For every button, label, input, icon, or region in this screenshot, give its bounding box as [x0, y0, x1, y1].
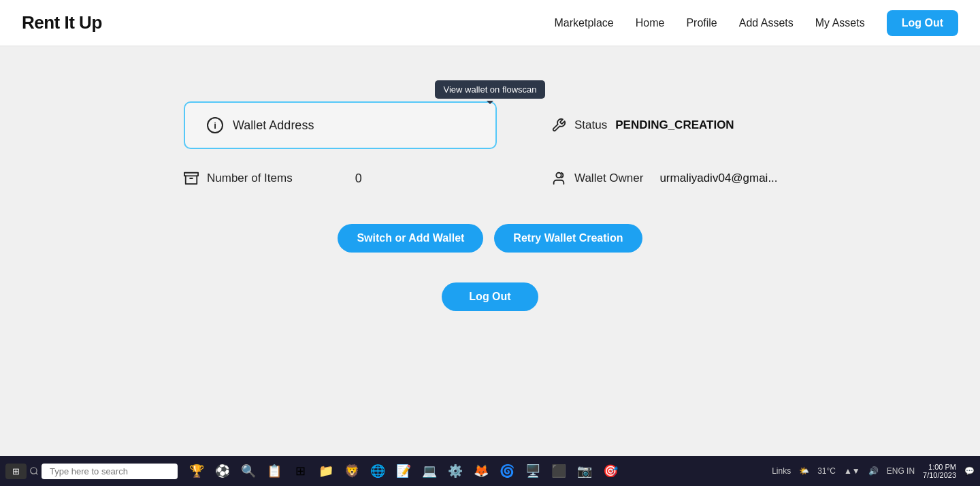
items-info: Number of Items 0 — [184, 171, 497, 186]
main-logout-button[interactable]: Log Out — [442, 282, 538, 311]
wrench-icon — [551, 118, 566, 133]
taskbar-date: 7/10/2023 — [923, 471, 956, 479]
nav-logout-button[interactable]: Log Out — [887, 10, 958, 36]
taskbar-temp: 31°C — [817, 466, 836, 476]
main-content: View wallet on flowscan i Wallet Address… — [0, 46, 980, 311]
taskbar: ⊞ 🏆 ⚽ 🔍 📋 ⊞ 📁 🦁 🌐 📝 💻 ⚙️ 🦊 🌀 🖥️ ⬛ 📷 🎯 Li… — [0, 456, 980, 486]
package-icon — [184, 171, 199, 186]
taskbar-icon-search[interactable]: 🔍 — [238, 460, 259, 482]
taskbar-icon-edge[interactable]: 🌀 — [496, 460, 518, 482]
taskbar-system-tray: Links 🌤️ 31°C ▲▼ 🔊 ENG IN 1:00 PM 7/10/2… — [772, 463, 975, 479]
search-icon — [29, 466, 39, 476]
taskbar-weather-icon: 🌤️ — [799, 466, 809, 476]
taskbar-icons: 🏆 ⚽ 🔍 📋 ⊞ 📁 🦁 🌐 📝 💻 ⚙️ 🦊 🌀 🖥️ ⬛ 📷 🎯 — [186, 460, 621, 482]
taskbar-icon-chrome[interactable]: 🌐 — [367, 460, 389, 482]
svg-point-2 — [556, 173, 561, 178]
taskbar-links: Links — [772, 466, 791, 476]
top-info-row: i Wallet Address Status PENDING_CREATION — [184, 101, 796, 149]
wallet-address-card[interactable]: i Wallet Address — [184, 101, 497, 149]
taskbar-icon-vscode[interactable]: 💻 — [419, 460, 440, 482]
taskbar-icon-folder[interactable]: 📁 — [315, 460, 337, 482]
windows-icon: ⊞ — [12, 466, 20, 476]
taskbar-time: 1:00 PM — [928, 463, 956, 471]
taskbar-icon-misc[interactable]: 🎯 — [600, 460, 621, 482]
wallet-info-area: i Wallet Address Status PENDING_CREATION — [184, 101, 796, 311]
taskbar-icon-terminal[interactable]: 🖥️ — [522, 460, 544, 482]
taskbar-network-icon: ▲▼ — [844, 466, 860, 476]
app-brand: Rent It Up — [22, 12, 102, 33]
taskbar-volume-icon: 🔊 — [868, 466, 879, 476]
svg-line-4 — [36, 473, 38, 475]
owner-value: urmaliyadiv04@gmai... — [659, 172, 777, 185]
taskbar-icon-trophy[interactable]: 🏆 — [186, 460, 208, 482]
action-buttons-row: Switch or Add Wallet Retry Wallet Creati… — [184, 224, 796, 253]
start-button[interactable]: ⊞ — [5, 464, 27, 479]
taskbar-icon-app1[interactable]: ⚙️ — [444, 460, 466, 482]
flowscan-tooltip-container: View wallet on flowscan — [435, 80, 544, 99]
svg-point-3 — [31, 468, 37, 474]
logout-row: Log Out — [184, 282, 796, 311]
taskbar-icon-notion[interactable]: 📝 — [393, 460, 414, 482]
flowscan-tooltip: View wallet on flowscan — [435, 80, 544, 99]
items-label: Number of Items — [207, 172, 293, 185]
nav-marketplace[interactable]: Marketplace — [555, 17, 614, 29]
owner-info: Wallet Owner urmaliyadiv04@gmai... — [551, 171, 778, 186]
taskbar-icon-task[interactable]: 📋 — [263, 460, 285, 482]
status-label: Status — [574, 118, 607, 132]
taskbar-time-date: 1:00 PM 7/10/2023 — [923, 463, 956, 479]
taskbar-search-input[interactable] — [42, 464, 178, 479]
switch-wallet-button[interactable]: Switch or Add Wallet — [338, 224, 483, 253]
taskbar-icon-brave[interactable]: 🦁 — [341, 460, 363, 482]
person-icon — [551, 171, 566, 186]
svg-rect-0 — [184, 173, 198, 176]
nav-add-assets[interactable]: Add Assets — [739, 17, 794, 29]
navbar: Rent It Up Marketplace Home Profile Add … — [0, 0, 980, 46]
nav-my-assets[interactable]: My Assets — [815, 17, 865, 29]
taskbar-icon-camera[interactable]: 📷 — [574, 460, 595, 482]
taskbar-icon-firefox[interactable]: 🦊 — [470, 460, 492, 482]
taskbar-icon-ball[interactable]: ⚽ — [212, 460, 233, 482]
wallet-address-label: Wallet Address — [233, 118, 314, 133]
info-icon: i — [207, 117, 223, 133]
nav-profile[interactable]: Profile — [686, 17, 717, 29]
status-value: PENDING_CREATION — [615, 118, 734, 132]
owner-label: Wallet Owner — [574, 172, 643, 185]
taskbar-lang: ENG IN — [887, 466, 915, 476]
taskbar-notification-icon: 💬 — [964, 466, 975, 476]
nav-home[interactable]: Home — [636, 17, 665, 29]
taskbar-icon-cmd[interactable]: ⬛ — [548, 460, 570, 482]
status-section: Status PENDING_CREATION — [551, 118, 796, 133]
taskbar-icon-widgets[interactable]: ⊞ — [289, 460, 311, 482]
items-value: 0 — [355, 172, 362, 186]
nav-links: Marketplace Home Profile Add Assets My A… — [555, 10, 958, 36]
retry-creation-button[interactable]: Retry Wallet Creation — [494, 224, 642, 253]
second-info-row: Number of Items 0 Wallet Owner urmaliyad… — [184, 171, 796, 186]
